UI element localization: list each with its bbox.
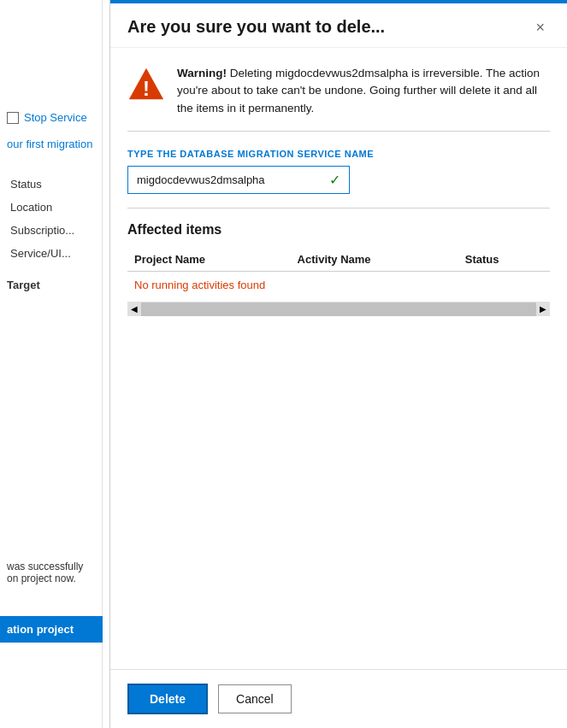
sidebar-nav: Status Location Subscriptio... Service/U… [0, 173, 102, 265]
col-project-name: Project Name [127, 248, 291, 272]
stop-service-checkbox[interactable] [7, 112, 19, 124]
col-activity-name: Activity Name [291, 248, 458, 272]
no-activities-row: No running activities found [127, 271, 550, 298]
warning-icon: ! [127, 65, 165, 103]
sidebar-nav-location[interactable]: Location [7, 196, 95, 219]
type-check-icon: ✓ [329, 172, 340, 188]
horizontal-scrollbar[interactable]: ◀ ▶ [127, 302, 550, 316]
sidebar-stop-service[interactable]: Stop Service [0, 103, 102, 132]
sidebar: Stop Service our first migration Status … [0, 0, 103, 728]
warning-body: Deleting migdocdevwus2dmsalpha is irreve… [177, 67, 540, 114]
dialog-title: Are you sure you want to dele... [127, 17, 385, 37]
sidebar-nav-subscription[interactable]: Subscriptio... [7, 219, 95, 242]
warning-section: ! Warning! Deleting migdocdevwus2dmsalph… [110, 48, 567, 131]
sidebar-bottom-text: was successfully on project now. [0, 554, 103, 591]
svg-text:!: ! [143, 77, 150, 100]
sidebar-nav-service[interactable]: Service/UI... [7, 242, 95, 265]
scroll-right-arrow[interactable]: ▶ [536, 302, 550, 316]
scroll-left-arrow[interactable]: ◀ [127, 302, 141, 316]
sidebar-migration-text[interactable]: our first migration [0, 132, 102, 156]
dialog-body: ! Warning! Deleting migdocdevwus2dmsalph… [110, 48, 567, 669]
scroll-track[interactable] [141, 302, 536, 316]
type-label: TYPE THE DATABASE MIGRATION SERVICE NAME [127, 149, 550, 159]
sidebar-bottom-btn[interactable]: ation project [0, 616, 103, 643]
dialog-header: Are you sure you want to dele... × [110, 3, 567, 48]
type-section: TYPE THE DATABASE MIGRATION SERVICE NAME… [110, 132, 567, 208]
affected-table: Project Name Activity Name Status No run… [127, 248, 550, 298]
dialog-close-button[interactable]: × [530, 18, 550, 37]
sidebar-target-label: Target [0, 265, 102, 295]
no-activities-text: No running activities found [127, 271, 550, 298]
cancel-button[interactable]: Cancel [218, 684, 292, 713]
type-input-container: ✓ [127, 166, 350, 194]
warning-text: Warning! Deleting migdocdevwus2dmsalpha … [177, 65, 550, 117]
delete-dialog: Are you sure you want to dele... × ! War… [109, 0, 567, 728]
col-status: Status [458, 248, 550, 272]
sidebar-nav-status[interactable]: Status [7, 173, 95, 196]
delete-button[interactable]: Delete [127, 684, 208, 714]
warning-bold: Warning! [177, 67, 227, 79]
affected-title: Affected items [127, 222, 550, 238]
dialog-footer: Delete Cancel [110, 669, 567, 728]
stop-service-label: Stop Service [24, 111, 87, 124]
service-name-input[interactable] [137, 173, 324, 186]
affected-section: Affected items Project Name Activity Nam… [110, 208, 567, 330]
